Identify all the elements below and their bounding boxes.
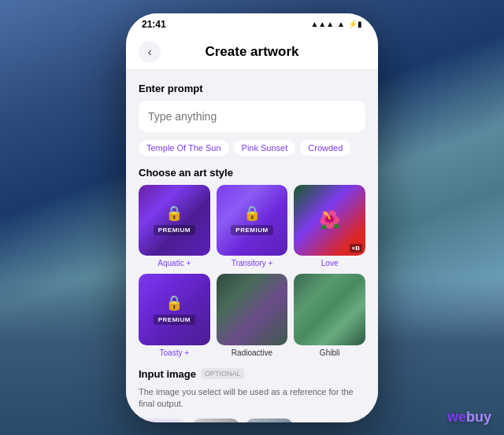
art-item-love: 🌺 ×B Love bbox=[294, 185, 365, 268]
tag-crowded[interactable]: Crowded bbox=[300, 140, 350, 156]
tag-sunset[interactable]: Pink Sunset bbox=[234, 140, 296, 156]
art-item-ghibli: Ghibli bbox=[294, 274, 365, 357]
input-image-label: Input image bbox=[139, 368, 196, 380]
page-title: Create artwork bbox=[205, 44, 298, 60]
art-label-transitory: Transitory + bbox=[232, 259, 273, 267]
art-thumb-transitory[interactable]: 🔒 PREMIUM bbox=[217, 185, 288, 256]
status-time: 21:41 bbox=[142, 19, 166, 30]
lock-icon: 🔒 bbox=[165, 205, 183, 222]
input-image-desc: The image you select will be used as a r… bbox=[139, 386, 365, 411]
premium-badge-transitory: PREMIUM bbox=[231, 225, 272, 235]
tags-row: Temple Of The Sun Pink Sunset Crowded bbox=[139, 140, 365, 156]
art-label-aquatic: Aquatic + bbox=[158, 259, 191, 267]
battery-icon: ⚡▮ bbox=[348, 20, 362, 28]
image-thumbnails: 🖼 Select bbox=[139, 418, 365, 422]
art-item-radioactive: Radioactive bbox=[217, 274, 288, 357]
love-heart-icon: 🌺 bbox=[319, 210, 340, 230]
art-label-radioactive: Radioactive bbox=[232, 348, 272, 357]
signal-icon: ▲▲▲ bbox=[310, 20, 334, 28]
art-thumb-ghibli[interactable] bbox=[294, 274, 365, 345]
back-icon: ‹ bbox=[148, 46, 152, 58]
status-icons: ▲▲▲ ▲ ⚡▮ bbox=[310, 20, 362, 28]
art-item-aquatic: 🔒 PREMIUM Aquatic + bbox=[139, 185, 210, 268]
optional-badge: OPTIONAL bbox=[201, 368, 245, 379]
art-style-grid: 🔒 PREMIUM Aquatic + 🔒 PREMIUM bbox=[139, 185, 365, 357]
tag-temple[interactable]: Temple Of The Sun bbox=[139, 140, 229, 156]
webuy-watermark: webuy bbox=[447, 409, 491, 426]
webuy-suffix: buy bbox=[466, 409, 491, 425]
premium-badge: PREMIUM bbox=[154, 225, 195, 235]
art-item-transitory: 🔒 PREMIUM Transitory + bbox=[217, 185, 288, 268]
nav-bar: ‹ Create artwork bbox=[126, 35, 378, 70]
premium-overlay-transitory: 🔒 PREMIUM bbox=[217, 185, 288, 256]
art-thumb-toasty[interactable]: 🔒 PREMIUM bbox=[139, 274, 210, 345]
content-area: Enter prompt Temple Of The Sun Pink Suns… bbox=[126, 70, 378, 422]
prompt-label: Enter prompt bbox=[139, 83, 365, 94]
premium-overlay-toasty: 🔒 PREMIUM bbox=[139, 274, 210, 345]
art-label-ghibli: Ghibli bbox=[320, 348, 340, 357]
phone-frame: 21:41 ▲▲▲ ▲ ⚡▮ ‹ Create artwork Enter pr… bbox=[126, 13, 378, 422]
input-image-header: Input image OPTIONAL bbox=[139, 368, 365, 380]
image-preview-1[interactable] bbox=[192, 418, 239, 422]
back-button[interactable]: ‹ bbox=[139, 41, 161, 63]
lock-icon-transitory: 🔒 bbox=[243, 205, 261, 222]
lock-icon-toasty: 🔒 bbox=[165, 294, 183, 312]
art-thumb-aquatic[interactable]: 🔒 PREMIUM bbox=[139, 185, 210, 256]
art-label-love: Love bbox=[321, 259, 339, 267]
xb-badge: ×B bbox=[350, 244, 362, 253]
art-style-label: Choose an art style bbox=[139, 167, 365, 179]
art-label-toasty: Toasty + bbox=[160, 348, 190, 357]
art-thumb-radioactive[interactable] bbox=[217, 274, 288, 345]
prompt-input[interactable] bbox=[139, 101, 365, 132]
premium-badge-toasty: PREMIUM bbox=[154, 315, 195, 325]
status-bar: 21:41 ▲▲▲ ▲ ⚡▮ bbox=[126, 13, 378, 35]
premium-overlay-aquatic: 🔒 PREMIUM bbox=[139, 185, 210, 256]
wifi-icon: ▲ bbox=[337, 20, 345, 28]
art-item-toasty: 🔒 PREMIUM Toasty + bbox=[139, 274, 210, 357]
art-thumb-love[interactable]: 🌺 ×B bbox=[294, 185, 365, 256]
image-preview-2[interactable] bbox=[246, 418, 293, 422]
webuy-prefix: we bbox=[447, 409, 466, 425]
input-image-section: Input image OPTIONAL The image you selec… bbox=[139, 368, 365, 422]
